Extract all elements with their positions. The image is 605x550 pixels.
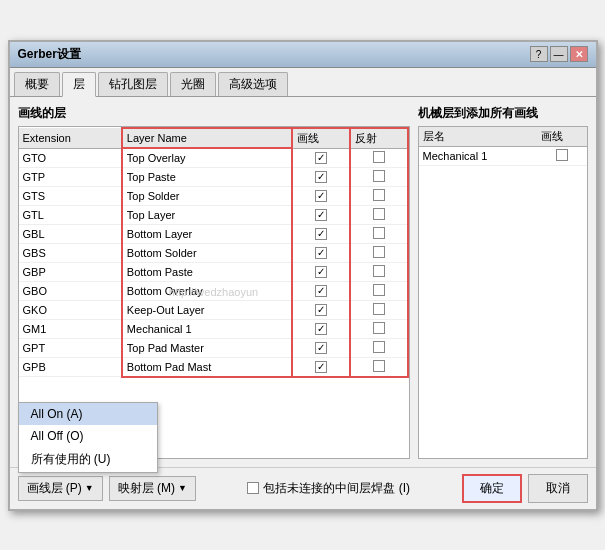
reflect-checkbox[interactable] — [373, 265, 385, 277]
cell-draw — [292, 205, 350, 224]
gerber-dialog: Gerber设置 ? — ✕ 概要 层 钻孔图层 光圈 高级选项 画线的层 Ex… — [8, 40, 598, 511]
right-panel-title: 机械层到添加所有画线 — [418, 105, 588, 122]
cell-layername: Bottom Paste — [122, 262, 292, 281]
draw-checkbox[interactable] — [315, 342, 327, 354]
col-mechname: 层名 — [419, 127, 538, 147]
reflect-checkbox[interactable] — [373, 284, 385, 296]
table-row: GPTTop Pad Master — [19, 338, 408, 357]
draw-checkbox[interactable] — [315, 247, 327, 259]
table-row: GPBBottom Pad Mast — [19, 357, 408, 377]
reflect-checkbox[interactable] — [373, 303, 385, 315]
layers-table: Extension Layer Name 画线 反射 GTOTop Overla… — [19, 127, 409, 378]
draw-checkbox[interactable] — [315, 209, 327, 221]
cell-draw — [292, 338, 350, 357]
cell-layername: Top Paste — [122, 167, 292, 186]
reflect-checkbox[interactable] — [373, 227, 385, 239]
draw-checkbox[interactable] — [315, 228, 327, 240]
table-row: GBLBottom Layer — [19, 224, 408, 243]
reflect-checkbox[interactable] — [373, 189, 385, 201]
reflect-layer-arrow-icon: ▼ — [178, 483, 187, 493]
dropdown-item-used[interactable]: 所有使用的 (U) — [19, 447, 157, 472]
cell-layername: Top Pad Master — [122, 338, 292, 357]
cell-layername: Bottom Layer — [122, 224, 292, 243]
dropdown-menu: All On (A) All Off (O) 所有使用的 (U) — [18, 402, 158, 473]
include-checkbox-row: 包括未连接的中间层焊盘 (I) — [247, 480, 410, 497]
ok-button[interactable]: 确定 — [462, 474, 522, 503]
cell-draw — [292, 167, 350, 186]
tab-layers[interactable]: 层 — [62, 72, 96, 97]
reflect-checkbox[interactable] — [373, 246, 385, 258]
cell-layername: Bottom Overlay — [122, 281, 292, 300]
tab-overview[interactable]: 概要 — [14, 72, 60, 96]
mechdraw-checkbox[interactable] — [556, 149, 568, 161]
tab-advanced[interactable]: 高级选项 — [218, 72, 288, 96]
cell-extension: GBO — [19, 281, 122, 300]
footer: 画线层 (P) ▼ 映射层 (M) ▼ 包括未连接的中间层焊盘 (I) 确定 取… — [10, 467, 596, 509]
col-mechdraw: 画线 — [537, 127, 586, 147]
col-extension: Extension — [19, 128, 122, 149]
minimize-button[interactable]: — — [550, 46, 568, 62]
cell-extension: GPB — [19, 357, 122, 377]
title-bar-buttons: ? — ✕ — [530, 46, 588, 62]
cell-extension: GTL — [19, 205, 122, 224]
tab-aperture[interactable]: 光圈 — [170, 72, 216, 96]
include-checkbox[interactable] — [247, 482, 259, 494]
include-label: 包括未连接的中间层焊盘 (I) — [263, 480, 410, 497]
draw-checkbox[interactable] — [315, 323, 327, 335]
dropdown-item-allon[interactable]: All On (A) — [19, 403, 157, 425]
cell-extension: GTS — [19, 186, 122, 205]
draw-checkbox[interactable] — [315, 190, 327, 202]
table-row: GBOBottom Overlay — [19, 281, 408, 300]
cell-extension: GTO — [19, 148, 122, 167]
mech-table: 层名 画线 Mechanical 1 — [419, 127, 587, 166]
reflect-checkbox[interactable] — [373, 322, 385, 334]
title-bar: Gerber设置 ? — ✕ — [10, 42, 596, 68]
close-button[interactable]: ✕ — [570, 46, 588, 62]
cancel-button[interactable]: 取消 — [528, 474, 588, 503]
cell-extension: GBP — [19, 262, 122, 281]
col-layername: Layer Name — [122, 128, 292, 149]
cell-reflect — [350, 224, 408, 243]
cell-extension: GBS — [19, 243, 122, 262]
tab-drill[interactable]: 钻孔图层 — [98, 72, 168, 96]
draw-checkbox[interactable] — [315, 361, 327, 373]
reflect-layer-dropdown[interactable]: 映射层 (M) ▼ — [109, 476, 196, 501]
cell-layername: Bottom Solder — [122, 243, 292, 262]
table-row: GBPBottom Paste — [19, 262, 408, 281]
cell-draw — [292, 319, 350, 338]
table-row: GTPTop Paste — [19, 167, 408, 186]
cell-draw — [292, 186, 350, 205]
footer-buttons: 确定 取消 — [462, 474, 588, 503]
cell-reflect — [350, 338, 408, 357]
left-panel-title: 画线的层 — [18, 105, 410, 122]
draw-checkbox[interactable] — [315, 285, 327, 297]
cell-draw — [292, 281, 350, 300]
dropdown-item-alloff[interactable]: All Off (O) — [19, 425, 157, 447]
draw-layer-arrow-icon: ▼ — [85, 483, 94, 493]
draw-checkbox[interactable] — [315, 266, 327, 278]
table-row: Mechanical 1 — [419, 146, 587, 165]
right-panel: 机械层到添加所有画线 层名 画线 Mechanical 1 — [418, 105, 588, 459]
draw-checkbox[interactable] — [315, 304, 327, 316]
reflect-checkbox[interactable] — [373, 341, 385, 353]
reflect-checkbox[interactable] — [373, 360, 385, 372]
cell-layername: Top Overlay — [122, 148, 292, 167]
cell-reflect — [350, 319, 408, 338]
help-button[interactable]: ? — [530, 46, 548, 62]
draw-checkbox[interactable] — [315, 152, 327, 164]
draw-layer-label: 画线层 (P) — [27, 480, 82, 497]
table-row: GTLTop Layer — [19, 205, 408, 224]
mech-table-wrapper: 层名 画线 Mechanical 1 — [418, 126, 588, 459]
draw-layer-dropdown[interactable]: 画线层 (P) ▼ — [18, 476, 103, 501]
reflect-checkbox[interactable] — [373, 170, 385, 182]
table-row: GTOTop Overlay — [19, 148, 408, 167]
reflect-layer-label: 映射层 (M) — [118, 480, 175, 497]
cell-draw — [292, 300, 350, 319]
draw-checkbox[interactable] — [315, 171, 327, 183]
reflect-checkbox[interactable] — [373, 208, 385, 220]
cell-layername: Top Layer — [122, 205, 292, 224]
cell-reflect — [350, 148, 408, 167]
cell-extension: GPT — [19, 338, 122, 357]
reflect-checkbox[interactable] — [373, 151, 385, 163]
cell-extension: GTP — [19, 167, 122, 186]
